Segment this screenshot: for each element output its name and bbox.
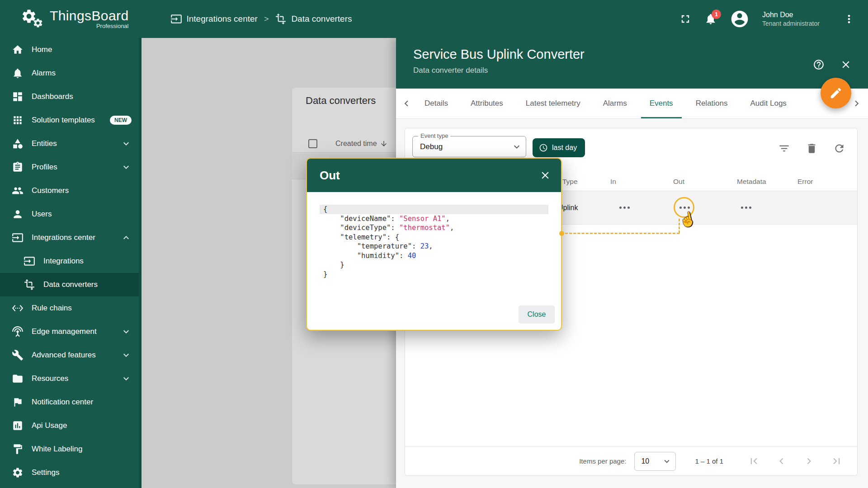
breadcrumb-integrations-center[interactable]: Integrations center	[170, 13, 258, 25]
tab-details[interactable]: Details	[413, 89, 459, 118]
tab-alarms[interactable]: Alarms	[592, 89, 638, 118]
tabs-scroll-left-button[interactable]	[401, 98, 412, 109]
code-line: "telemetry": {	[320, 233, 548, 242]
rulechains-icon	[12, 302, 24, 314]
event-in-button[interactable]	[614, 200, 635, 216]
code-line: "humidity": 40	[320, 251, 548, 261]
sidebar-item-data-converters[interactable]: Data converters	[0, 273, 139, 296]
sidebar-item-profiles[interactable]: Profiles	[0, 155, 139, 179]
select-all-checkbox[interactable]	[308, 139, 317, 148]
sidebar-item-users[interactable]: Users	[0, 202, 139, 226]
whitelabel-icon	[12, 443, 24, 455]
sidebar-item-entities[interactable]: Entities	[0, 132, 139, 155]
sidebar-item-dashboards[interactable]: Dashboards	[0, 85, 139, 108]
settings-icon	[12, 467, 24, 479]
page-size-value: 10	[641, 457, 649, 465]
dialog-footer: Close	[307, 303, 561, 330]
refresh-button[interactable]	[833, 142, 845, 155]
drawer-close-button[interactable]	[840, 59, 852, 70]
edit-fab[interactable]	[821, 78, 851, 108]
notifications-button[interactable]: 1	[704, 13, 717, 25]
code-line: }	[320, 270, 548, 279]
sidebar-item-customers[interactable]: Customers	[0, 179, 139, 202]
tab-audit-logs[interactable]: Audit Logs	[739, 89, 798, 118]
tabs-scroll-right-button[interactable]	[851, 98, 863, 109]
apiusage-icon	[12, 420, 24, 432]
paginator: Items per page: 10 1 – 1 of 1	[405, 446, 857, 475]
event-type-select[interactable]: Event type Debug	[412, 136, 526, 157]
out-dialog: Out { "deviceName": "Sensor A1", "device…	[306, 158, 562, 331]
user-name: John Doe	[762, 10, 830, 20]
new-badge: NEW	[110, 116, 132, 125]
page-size-select[interactable]: 10	[634, 452, 676, 471]
breadcrumb-label: Integrations center	[187, 14, 258, 24]
sidebar-item-notification-center[interactable]: Notification center	[0, 390, 139, 414]
clear-events-button[interactable]	[806, 142, 818, 155]
drawer-header: Service Bus Uplink Converter Data conver…	[396, 38, 868, 89]
chevron-down-icon	[121, 138, 132, 149]
sidebar-item-label: Api Usage	[32, 421, 132, 430]
tab-latest-telemetry[interactable]: Latest telemetry	[514, 89, 592, 118]
avatar[interactable]	[730, 9, 750, 29]
items-per-page-label: Items per page:	[579, 457, 626, 465]
time-window-button[interactable]: last day	[533, 138, 585, 157]
sidebar-item-alarms[interactable]: Alarms	[0, 61, 139, 85]
sidebar-item-white-labeling[interactable]: White Labeling	[0, 437, 139, 461]
user-menu[interactable]: John Doe Tenant administrator	[762, 10, 830, 28]
breadcrumb-separator: >	[264, 14, 269, 24]
sidebar-item-label: Users	[32, 210, 132, 219]
sidebar-item-edge-management[interactable]: Edge management	[0, 320, 139, 343]
home-icon	[12, 44, 24, 56]
edge-icon	[12, 326, 24, 338]
sidebar-item-advanced-features[interactable]: Advanced features	[0, 343, 139, 367]
code-line: "deviceType": "thermostat",	[320, 223, 548, 233]
next-page-button[interactable]	[803, 455, 815, 467]
help-button[interactable]	[813, 59, 825, 70]
sidebar-item-label: Dashboards	[32, 92, 132, 101]
sidebar-item-api-usage[interactable]: Api Usage	[0, 414, 139, 437]
column-created-time[interactable]: Created time	[335, 140, 388, 148]
breadcrumb-data-converters[interactable]: Data converters	[275, 13, 352, 25]
thingsboard-logo[interactable]: ThingsBoard Professional	[21, 7, 129, 31]
sidebar-item-integrations[interactable]: Integrations	[0, 249, 139, 273]
sidebar: HomeAlarmsDashboardsSolution templatesNE…	[0, 38, 142, 488]
code-line: }	[320, 260, 548, 270]
sidebar-item-label: Home	[32, 45, 132, 54]
sidebar-item-rule-chains[interactable]: Rule chains	[0, 296, 139, 320]
customers-icon	[12, 185, 24, 197]
sidebar-item-label: Profiles	[32, 163, 113, 172]
sidebar-item-label: Settings	[32, 468, 132, 477]
more-menu-button[interactable]	[843, 13, 855, 25]
filter-button[interactable]	[778, 142, 790, 155]
sidebar-item-home[interactable]: Home	[0, 38, 139, 61]
notification-icon	[12, 396, 24, 408]
brand-name: ThingsBoard	[50, 9, 129, 23]
prev-page-button[interactable]	[775, 455, 788, 467]
fullscreen-button[interactable]	[679, 13, 692, 25]
sidebar-item-label: Integrations center	[32, 233, 113, 242]
events-column-out: Out	[673, 178, 684, 186]
chevron-down-icon	[511, 141, 522, 152]
tab-attributes[interactable]: Attributes	[459, 89, 514, 118]
sidebar-item-solution-templates[interactable]: Solution templatesNEW	[0, 108, 139, 132]
tab-events[interactable]: Events	[638, 89, 684, 118]
dashboards-icon	[12, 91, 24, 103]
sidebar-item-integrations-center[interactable]: Integrations center	[0, 226, 139, 249]
data-converter-icon	[275, 13, 287, 25]
dialog-body: { "deviceName": "Sensor A1", "deviceType…	[307, 192, 561, 303]
tab-relations[interactable]: Relations	[684, 89, 739, 118]
last-page-button[interactable]	[830, 455, 843, 467]
sidebar-item-security[interactable]: Security	[0, 484, 139, 488]
event-metadata-button[interactable]	[736, 200, 756, 216]
logo-gears-icon	[21, 7, 45, 31]
dialog-close-icon-button[interactable]	[539, 169, 551, 181]
sidebar-item-settings[interactable]: Settings	[0, 461, 139, 484]
integrations-icon	[12, 232, 24, 244]
sidebar-item-resources[interactable]: Resources	[0, 367, 139, 390]
tabs-bar: DetailsAttributesLatest telemetryAlarmsE…	[396, 89, 868, 119]
first-page-button[interactable]	[748, 455, 760, 467]
tabs: DetailsAttributesLatest telemetryAlarmsE…	[413, 89, 798, 118]
sidebar-item-label: Rule chains	[32, 304, 132, 313]
event-out-button[interactable]	[674, 200, 695, 216]
dialog-close-button[interactable]: Close	[519, 305, 555, 324]
